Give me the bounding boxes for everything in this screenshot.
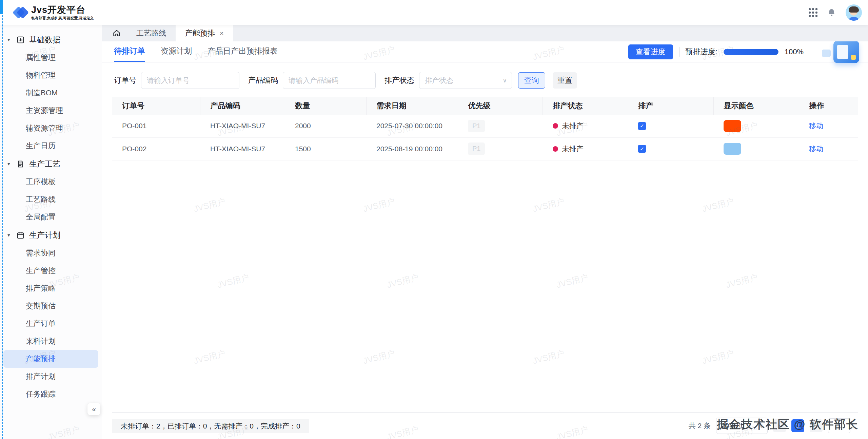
apps-grid-icon[interactable] <box>809 8 817 17</box>
sidebar-item[interactable]: 需求协同 <box>0 244 102 262</box>
reset-button[interactable]: 重置 <box>553 72 577 89</box>
cell-product-code: HT-XIAO-MI-SU7 <box>200 115 285 137</box>
chevron-down-icon: ∨ <box>503 77 507 84</box>
view-progress-button[interactable]: 查看进度 <box>628 44 673 59</box>
progress-value: 100% <box>785 47 804 56</box>
priority-badge: P1 <box>468 142 485 155</box>
main-content: 待排订单资源计划产品日产出预排报表 查看进度 预排进度: 100% 订单号 产品… <box>102 41 868 439</box>
status-text: 未排产 <box>562 121 584 131</box>
window-tab[interactable]: 工艺路线 <box>127 25 176 41</box>
cell-demand-date: 2025-08-19 00:00:00 <box>366 137 458 160</box>
sidebar-item[interactable]: 制造BOM <box>0 84 102 102</box>
move-link[interactable]: 移动 <box>809 145 823 153</box>
caret-down-icon: ▾ <box>7 37 14 43</box>
sidebar-item[interactable]: 排产计划 <box>0 368 102 385</box>
column-header: 排产状态 <box>542 97 628 115</box>
cell-display-color <box>713 115 799 137</box>
order-no-label: 订单号 <box>114 75 136 85</box>
cell-priority: P1 <box>458 115 542 137</box>
cell-priority: P1 <box>458 137 542 160</box>
sidebar-item[interactable]: 全局配置 <box>0 208 102 226</box>
sidebar-item[interactable]: 主资源管理 <box>0 102 102 119</box>
capacity-preschedule-page: Jvs开发平台 私有部署,集成扩展,可视配置,灵活定义 ▾基础数据属性管理物料管… <box>0 0 868 439</box>
window-tab[interactable]: 产能预排× <box>176 25 233 41</box>
sidebar-item[interactable]: 生产订单 <box>0 315 102 332</box>
sidebar-group[interactable]: ▾生产计划 <box>0 226 102 244</box>
cell-demand-date: 2025-07-30 00:00:00 <box>366 115 458 137</box>
status-dot-icon <box>553 123 558 129</box>
move-link[interactable]: 移动 <box>809 122 823 130</box>
window-tab-label: 产能预排 <box>185 28 215 38</box>
sidebar-item[interactable]: 辅资源管理 <box>0 119 102 137</box>
status-dot-icon <box>553 146 558 152</box>
cell-status: 未排产 <box>542 137 628 160</box>
sidebar-item[interactable]: 工艺路线 <box>0 191 102 208</box>
sidebar-collapse-button[interactable]: « <box>87 403 100 415</box>
subtab-bar: 待排订单资源计划产品日产出预排报表 查看进度 预排进度: 100% <box>102 41 868 62</box>
sidebar-group[interactable]: ▾生产工艺 <box>0 155 102 173</box>
app-title: Jvs开发平台 <box>31 5 94 15</box>
sidebar-item[interactable]: 工序模板 <box>0 173 102 191</box>
sidebar-item[interactable]: 生产管控 <box>0 262 102 280</box>
column-header: 操作 <box>799 97 858 115</box>
scheduled-checkbox[interactable]: ✓ <box>638 145 646 153</box>
cell-action: 移动 <box>799 115 858 137</box>
footer-divider <box>112 412 858 413</box>
sidebar-item[interactable]: 来料计划 <box>0 332 102 350</box>
status-select[interactable]: 排产状态 ∨ <box>419 72 512 89</box>
column-header: 订单号 <box>112 97 200 115</box>
user-avatar[interactable] <box>846 4 862 21</box>
product-code-label: 产品编码 <box>248 75 278 85</box>
sidebar-item[interactable]: 产能预排 <box>3 350 98 368</box>
table-row: PO-002HT-XIAO-MI-SU715002025-08-19 00:00… <box>112 137 858 160</box>
cell-status: 未排产 <box>542 115 628 137</box>
app-logo[interactable]: Jvs开发平台 私有部署,集成扩展,可视配置,灵活定义 <box>10 3 92 22</box>
window-tab-label: 工艺路线 <box>136 28 166 38</box>
cell-scheduled: ✓ <box>628 137 713 160</box>
sidebar-item[interactable]: 生产日历 <box>0 137 102 155</box>
column-header: 需求日期 <box>366 97 458 115</box>
cell-product-code: HT-XIAO-MI-SU7 <box>200 137 285 160</box>
sidebar-item[interactable]: 属性管理 <box>0 49 102 66</box>
watermark-credit: 掘金技术社区 @ 软件部长 <box>717 417 859 432</box>
divider <box>679 47 679 57</box>
cell-display-color <box>713 137 799 160</box>
status-select-placeholder: 排产状态 <box>425 76 453 85</box>
total-count: 共 2 条 <box>689 421 711 431</box>
caret-down-icon: ▾ <box>7 161 14 167</box>
screen-edge-marker <box>0 0 3 14</box>
status-text: 未排产 <box>562 144 584 154</box>
scheduled-checkbox[interactable]: ✓ <box>638 122 646 130</box>
close-icon[interactable]: × <box>220 30 224 37</box>
progress-bar <box>724 49 778 55</box>
subtab[interactable]: 待排订单 <box>114 41 145 62</box>
cell-order-no: PO-002 <box>112 137 200 160</box>
sidebar-item[interactable]: 物料管理 <box>0 66 102 84</box>
app-subtitle: 私有部署,集成扩展,可视配置,灵活定义 <box>31 16 94 20</box>
sidebar-item[interactable]: 排产策略 <box>0 280 102 297</box>
sidebar-group-label: 生产工艺 <box>29 159 60 169</box>
order-no-input[interactable] <box>141 72 239 89</box>
sidebar-item[interactable]: 任务跟踪 <box>0 385 102 403</box>
sidebar: ▾基础数据属性管理物料管理制造BOM主资源管理辅资源管理生产日历▾生产工艺工序模… <box>0 25 102 439</box>
progress-label: 预排进度: <box>686 47 717 57</box>
orders-table: 订单号产品编码数量需求日期优先级排产状态排产显示颜色操作 PO-001HT-XI… <box>112 97 858 160</box>
home-tab-icon[interactable] <box>106 25 127 41</box>
cell-action: 移动 <box>799 137 858 160</box>
display-color-swatch[interactable] <box>724 120 741 132</box>
subtab[interactable]: 产品日产出预排报表 <box>208 41 278 62</box>
tab-strip: 工艺路线产能预排× <box>102 25 868 41</box>
cell-quantity: 2000 <box>285 115 366 137</box>
search-button[interactable]: 查询 <box>518 72 545 89</box>
display-color-swatch[interactable] <box>724 143 741 155</box>
process-doc-icon <box>16 160 25 168</box>
product-code-input[interactable] <box>283 72 376 89</box>
screen-edge-dashed-line <box>2 0 3 439</box>
caret-down-icon: ▾ <box>7 232 14 238</box>
sidebar-item[interactable]: 交期预估 <box>0 297 102 315</box>
schedule-summary: 未排订单：2，已排订单：0，无需排产：0，完成排产：0 <box>112 419 309 433</box>
cell-scheduled: ✓ <box>628 115 713 137</box>
sidebar-group[interactable]: ▾基础数据 <box>0 31 102 49</box>
subtab[interactable]: 资源计划 <box>161 41 192 62</box>
notification-bell-icon[interactable] <box>827 8 836 17</box>
